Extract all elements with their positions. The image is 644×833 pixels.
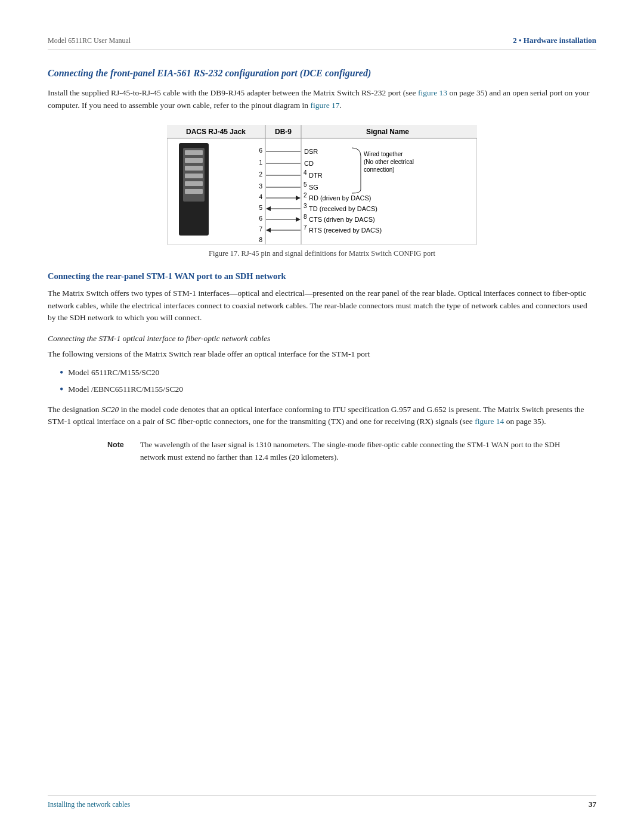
svg-rect-16 — [185, 181, 203, 186]
list-item-2: • Model /EBNC6511RC/M155/SC20 — [60, 383, 596, 397]
svg-text:Signal Name: Signal Name — [366, 128, 409, 136]
svg-text:6: 6 — [259, 147, 262, 154]
svg-text:5: 5 — [259, 205, 262, 211]
section1-para1: Install the supplied RJ-45-to-RJ-45 cabl… — [48, 87, 596, 112]
bullet-icon-1: • — [60, 367, 63, 380]
svg-text:CTS (driven by DACS): CTS (driven by DACS) — [309, 216, 375, 223]
svg-text:DTR: DTR — [309, 172, 323, 179]
figure17-container: DACS RJ-45 Jack DB-9 Signal Name 6 — [48, 125, 596, 258]
section2-para1: The Matrix Switch offers two types of ST… — [48, 287, 596, 325]
svg-text:2: 2 — [259, 171, 262, 178]
svg-text:RTS (received by DACS): RTS (received by DACS) — [309, 227, 382, 234]
svg-rect-12 — [185, 150, 203, 155]
page-header: Model 6511RC User Manual 2 • Hardware in… — [48, 36, 596, 49]
svg-text:3: 3 — [259, 183, 262, 190]
svg-text:SG: SG — [309, 184, 318, 191]
link-figure14[interactable]: figure 14 — [475, 417, 504, 426]
svg-text:6: 6 — [259, 215, 262, 222]
svg-text:DSR: DSR — [304, 148, 318, 155]
footer-section-title: Installing the network cables — [48, 800, 130, 809]
subsection1-para2: The designation SC20 in the model code d… — [48, 404, 596, 429]
svg-text:5: 5 — [304, 181, 307, 188]
figure17-caption: Figure 17. RJ-45 pin and signal definiti… — [209, 249, 435, 258]
bullet-icon-2: • — [60, 383, 63, 397]
svg-rect-15 — [185, 174, 203, 178]
subsection1-para1: The following versions of the Matrix Swi… — [48, 348, 596, 361]
svg-text:7: 7 — [259, 226, 262, 233]
link-figure13[interactable]: figure 13 — [418, 88, 447, 97]
note-box: Note The wavelength of the laser signal … — [107, 439, 561, 463]
connector-diagram-svg: DACS RJ-45 Jack DB-9 Signal Name 6 — [167, 125, 477, 244]
link-figure17[interactable]: figure 17 — [311, 101, 340, 110]
svg-text:4: 4 — [304, 169, 307, 176]
page: Model 6511RC User Manual 2 • Hardware in… — [0, 0, 644, 833]
svg-text:8: 8 — [259, 237, 262, 243]
note-text: The wavelength of the laser signal is 13… — [140, 439, 561, 463]
svg-text:connection): connection) — [364, 166, 395, 173]
svg-text:4: 4 — [259, 194, 262, 200]
svg-text:2: 2 — [304, 192, 307, 199]
svg-text:CD: CD — [304, 160, 314, 167]
svg-text:DACS RJ-45 Jack: DACS RJ-45 Jack — [186, 128, 246, 136]
section2-heading: Connecting the rear-panel STM-1 WAN port… — [48, 271, 596, 281]
header-chapter: 2 • Hardware installation — [513, 36, 596, 45]
svg-rect-17 — [185, 189, 203, 194]
sc20-italic: SC20 — [101, 405, 119, 414]
subsection1-heading: Connecting the STM-1 optical interface t… — [48, 334, 596, 343]
page-footer: Installing the network cables 37 — [48, 795, 596, 809]
svg-text:DB-9: DB-9 — [275, 128, 292, 136]
list-item-1: • Model 6511RC/M155/SC20 — [60, 367, 596, 380]
svg-text:3: 3 — [304, 203, 307, 209]
svg-text:8: 8 — [304, 213, 307, 220]
svg-rect-13 — [185, 158, 203, 163]
svg-rect-14 — [185, 166, 203, 171]
footer-page-number: 37 — [589, 800, 596, 809]
list-item-1-text: Model 6511RC/M155/SC20 — [68, 367, 159, 379]
list-item-2-text: Model /EBNC6511RC/M155/SC20 — [68, 383, 183, 395]
svg-text:RD (driven by DACS): RD (driven by DACS) — [309, 194, 371, 202]
section1-heading: Connecting the front-panel EIA-561 RS-23… — [48, 67, 596, 80]
header-manual-title: Model 6511RC User Manual — [48, 36, 131, 45]
svg-text:7: 7 — [304, 224, 307, 231]
svg-text:Wired together: Wired together — [364, 151, 403, 157]
note-label: Note — [107, 439, 140, 463]
svg-text:(No other electrical: (No other electrical — [364, 159, 414, 165]
svg-text:TD (received by DACS): TD (received by DACS) — [309, 205, 377, 212]
svg-text:1: 1 — [259, 159, 262, 166]
model-list: • Model 6511RC/M155/SC20 • Model /EBNC65… — [60, 367, 596, 396]
